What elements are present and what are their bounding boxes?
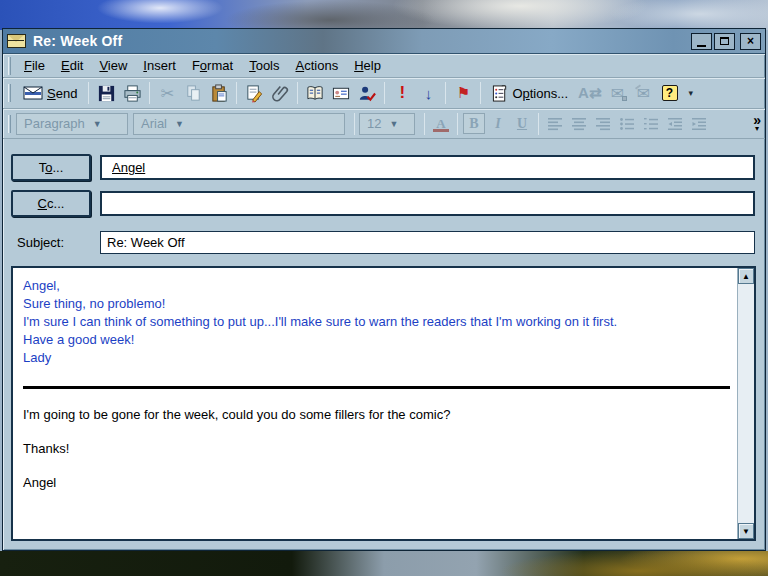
decrease-indent-button[interactable] (663, 112, 687, 135)
send-label: Send (47, 86, 77, 101)
toolbar-options-arrow[interactable]: ▾ (689, 88, 696, 98)
message-format-button[interactable]: A⇄ (575, 81, 604, 106)
toolbar-drag-handle[interactable] (8, 84, 11, 102)
paragraph-style-dropdown[interactable]: Paragraph ▼ (16, 113, 128, 135)
toolbar-separator (480, 82, 481, 104)
message-body[interactable]: Angel,Sure thing, no problemo!I'm sure I… (11, 266, 756, 541)
digitally-sign-button[interactable]: ✉ (631, 81, 657, 106)
menu-item-help[interactable]: Help (346, 55, 389, 76)
align-right-button[interactable] (591, 112, 615, 135)
increase-indent-button[interactable] (687, 112, 711, 135)
reply-line: I'm sure I can think of something to put… (23, 313, 731, 331)
arrow-down-icon: ▼ (742, 527, 750, 536)
bullets-button[interactable] (615, 112, 639, 135)
desktop-wallpaper-sky (0, 0, 768, 30)
signature-button[interactable] (241, 81, 267, 106)
original-line: I'm going to be gone for the week, could… (23, 406, 731, 423)
menu-item-actions[interactable]: Actions (288, 55, 347, 76)
underline-button[interactable]: U (510, 112, 534, 135)
encrypt-button[interactable]: ✉ (605, 81, 631, 106)
scroll-down-button[interactable]: ▼ (738, 523, 754, 539)
chevron-down-icon: ▼ (175, 119, 184, 129)
menu-item-file[interactable]: File (16, 55, 53, 76)
toolbar-separator (236, 82, 237, 104)
toolbar-overflow-button[interactable]: » ▾ (753, 116, 761, 131)
save-button[interactable] (93, 81, 119, 106)
toolbar-separator (457, 113, 458, 135)
cc-button[interactable]: Cc... (11, 190, 91, 217)
subject-label: Subject: (11, 235, 91, 250)
to-button[interactable]: To... (11, 154, 91, 181)
menu-item-edit[interactable]: Edit (53, 55, 91, 76)
title-bar[interactable]: Re: Week Off × (3, 29, 765, 54)
italic-button[interactable]: I (486, 112, 510, 135)
font-size-dropdown[interactable]: 12 ▼ (359, 113, 415, 135)
attach-icon (271, 84, 290, 103)
toolbar-separator (445, 82, 446, 104)
menu-item-insert[interactable]: Insert (135, 55, 184, 76)
save-icon (97, 84, 116, 103)
font-color-bar (433, 129, 449, 132)
business-card-button[interactable] (328, 81, 354, 106)
align-center-button[interactable] (567, 112, 591, 135)
chevron-down-icon: ▼ (389, 119, 398, 129)
numbering-icon (643, 117, 659, 131)
options-button[interactable]: Options... (485, 81, 575, 106)
send-envelope-icon (23, 86, 43, 100)
to-field[interactable] (100, 155, 755, 180)
italic-icon: I (495, 116, 500, 132)
original-line (23, 457, 731, 474)
paragraph-style-value: Paragraph (24, 116, 85, 131)
align-center-icon (571, 117, 587, 131)
importance-low-button[interactable]: ↓ (415, 81, 441, 106)
menu-item-format[interactable]: Format (184, 55, 241, 76)
bold-button[interactable]: B (462, 112, 486, 135)
address-book-icon (305, 84, 325, 103)
font-color-button[interactable]: A (429, 112, 453, 135)
chevron-down-icon: ▼ (93, 119, 102, 129)
address-book-button[interactable] (302, 81, 328, 106)
flag-follow-up-button[interactable]: ⚑ (450, 81, 476, 106)
scroll-up-button[interactable]: ▲ (738, 268, 754, 284)
align-left-icon (547, 117, 563, 131)
business-card-icon (331, 84, 351, 103)
numbering-button[interactable] (639, 112, 663, 135)
vertical-scrollbar[interactable]: ▲ ▼ (737, 268, 754, 539)
desktop-wallpaper-lake (0, 551, 768, 576)
maximize-button[interactable] (714, 33, 735, 50)
email-compose-window: Re: Week Off × FileEditViewInsertFormatT… (2, 28, 766, 551)
cut-button[interactable]: ✂ (154, 81, 180, 106)
copy-button[interactable] (180, 81, 206, 106)
send-button[interactable]: Send (16, 81, 84, 106)
font-name-dropdown[interactable]: Arial ▼ (133, 113, 345, 135)
envelope-icon (7, 34, 26, 48)
menu-item-view[interactable]: View (91, 55, 135, 76)
importance-high-button[interactable]: ! (389, 81, 415, 106)
cc-field[interactable] (100, 191, 755, 216)
toolbar-drag-handle[interactable] (8, 115, 11, 133)
minimize-button[interactable] (691, 33, 712, 50)
arrow-up-icon: ▲ (742, 272, 750, 281)
subject-field[interactable] (100, 231, 755, 254)
paste-button[interactable] (206, 81, 232, 106)
help-button[interactable]: ? (657, 81, 683, 106)
message-text[interactable]: Angel,Sure thing, no problemo!I'm sure I… (13, 268, 735, 539)
align-left-button[interactable] (543, 112, 567, 135)
reply-line: Sure thing, no problemo! (23, 295, 731, 313)
reply-line: Lady (23, 349, 731, 367)
print-button[interactable] (119, 81, 145, 106)
options-list-icon (492, 85, 508, 102)
cut-icon: ✂ (161, 84, 174, 103)
importance-low-icon: ↓ (425, 85, 433, 102)
toolbar-separator (384, 82, 385, 104)
original-line: Thanks! (23, 440, 731, 457)
close-button[interactable]: × (740, 33, 761, 50)
menu-item-tools[interactable]: Tools (241, 55, 287, 76)
minimize-icon (697, 44, 706, 47)
print-icon (123, 84, 142, 103)
check-names-button[interactable] (354, 81, 380, 106)
original-text-block: I'm going to be gone for the week, could… (23, 406, 731, 491)
toolbar-separator (354, 113, 355, 135)
toolbar-drag-handle[interactable] (8, 57, 11, 75)
attach-file-button[interactable] (267, 81, 293, 106)
